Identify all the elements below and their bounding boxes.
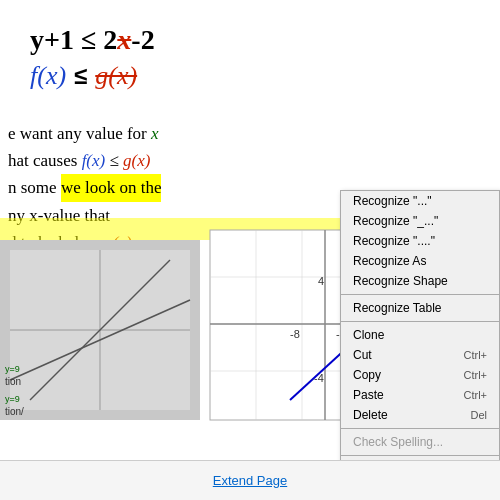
- menu-item-check-spelling-label: Check Spelling...: [353, 435, 443, 449]
- graph-area: tion/ y=9 tion y=9: [0, 240, 200, 420]
- menu-divider-2: [341, 321, 499, 322]
- menu-item-clone-label: Clone: [353, 328, 384, 342]
- svg-text:tion/: tion/: [5, 406, 24, 417]
- graph-svg: tion/ y=9 tion y=9: [0, 240, 200, 420]
- eq2-fx: f(x): [30, 61, 66, 91]
- text-line3-highlight: we look on the: [61, 174, 162, 201]
- equation-line1: y+1 ≤ 2x-2: [30, 20, 155, 59]
- text-line2-hat: hat causes: [8, 151, 82, 170]
- menu-item-cut-label: Cut: [353, 348, 372, 362]
- eq2-gx: g(x): [95, 61, 137, 91]
- menu-item-copy-label: Copy: [353, 368, 381, 382]
- bottom-bar: Extend Page: [0, 460, 500, 500]
- menu-divider-3: [341, 428, 499, 429]
- svg-text:4: 4: [318, 275, 324, 287]
- text-line1-x: x: [151, 124, 159, 143]
- text-line1-content: e want any value for: [8, 124, 151, 143]
- whiteboard: y+1 ≤ 2x-2 f(x) ≤ g(x) e want any value …: [0, 0, 500, 460]
- text-line2-fx: f(x): [82, 151, 106, 170]
- menu-item-recognize-3[interactable]: Recognize "....": [341, 231, 499, 251]
- menu-item-recognize-1-label: Recognize "...": [353, 194, 432, 208]
- menu-item-cut[interactable]: Cut Ctrl+: [341, 345, 499, 365]
- menu-divider-4: [341, 455, 499, 456]
- text-line3: n some we look on the: [8, 174, 161, 201]
- menu-item-copy-shortcut: Ctrl+: [463, 369, 487, 381]
- text-line2-gx: g(x): [123, 151, 150, 170]
- math-equations-area: y+1 ≤ 2x-2 f(x) ≤ g(x): [30, 20, 155, 91]
- menu-item-delete-label: Delete: [353, 408, 388, 422]
- text-line2-leq: ≤: [105, 151, 123, 170]
- menu-item-recognize-shape-label: Recognize Shape: [353, 274, 448, 288]
- menu-item-delete[interactable]: Delete Del: [341, 405, 499, 425]
- menu-item-recognize-2[interactable]: Recognize "_...": [341, 211, 499, 231]
- text-line3-content: n some: [8, 174, 61, 201]
- extend-page-link[interactable]: Extend Page: [213, 473, 287, 488]
- menu-item-paste-label: Paste: [353, 388, 384, 402]
- menu-item-check-spelling: Check Spelling...: [341, 432, 499, 452]
- menu-item-delete-shortcut: Del: [470, 409, 487, 421]
- menu-item-cut-shortcut: Ctrl+: [463, 349, 487, 361]
- equation-line2: f(x) ≤ g(x): [30, 61, 155, 91]
- eq1-rest: -2: [131, 24, 154, 55]
- menu-item-clone[interactable]: Clone: [341, 325, 499, 345]
- svg-text:y=9: y=9: [5, 394, 20, 404]
- menu-item-recognize-as[interactable]: Recognize As: [341, 251, 499, 271]
- svg-text:-8: -8: [290, 328, 300, 340]
- menu-item-paste[interactable]: Paste Ctrl+: [341, 385, 499, 405]
- svg-text:tion: tion: [5, 376, 21, 387]
- text-line2: hat causes f(x) ≤ g(x): [8, 147, 161, 174]
- menu-item-recognize-table-label: Recognize Table: [353, 301, 442, 315]
- eq1-text: y+1 ≤ 2: [30, 24, 117, 55]
- menu-item-recognize-2-label: Recognize "_...": [353, 214, 438, 228]
- menu-item-recognize-shape[interactable]: Recognize Shape: [341, 271, 499, 291]
- menu-item-recognize-table[interactable]: Recognize Table: [341, 298, 499, 318]
- svg-text:y=9: y=9: [5, 364, 20, 374]
- context-menu: Recognize "..." Recognize "_..." Recogni…: [340, 190, 500, 460]
- eq2-leq: ≤: [74, 62, 87, 90]
- menu-item-recognize-3-label: Recognize "....": [353, 234, 435, 248]
- menu-item-recognize-1[interactable]: Recognize "...": [341, 191, 499, 211]
- menu-item-recognize-as-label: Recognize As: [353, 254, 426, 268]
- text-line1: e want any value for x: [8, 120, 161, 147]
- menu-item-locking[interactable]: Locking: [341, 459, 499, 460]
- menu-item-paste-shortcut: Ctrl+: [463, 389, 487, 401]
- menu-divider-1: [341, 294, 499, 295]
- menu-item-copy[interactable]: Copy Ctrl+: [341, 365, 499, 385]
- eq1-x-strikethrough: x: [117, 24, 131, 55]
